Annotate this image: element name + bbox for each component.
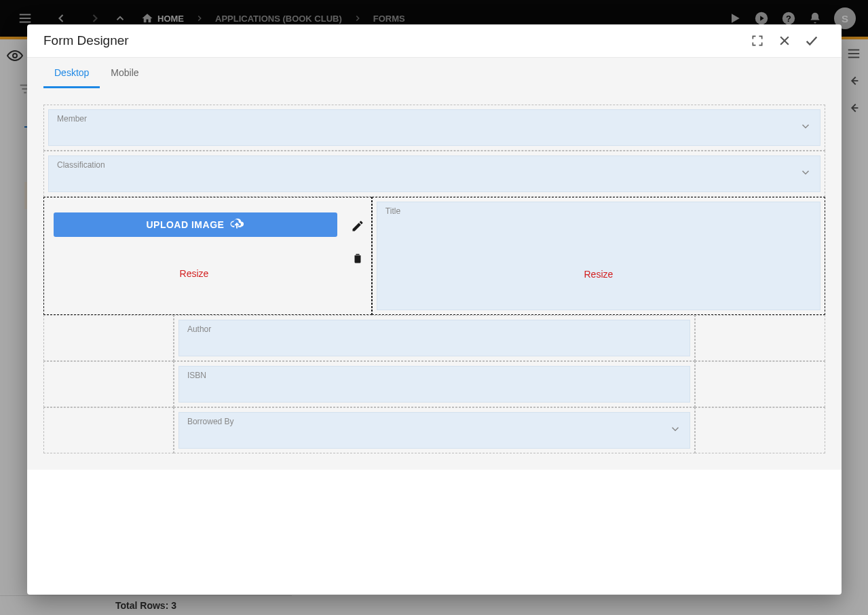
tab-mobile[interactable]: Mobile <box>100 58 149 88</box>
chevron-down-icon <box>799 120 812 135</box>
dialog-title: Form Designer <box>43 33 129 48</box>
upload-image-button[interactable]: UPLOAD IMAGE <box>54 212 337 237</box>
field-title[interactable]: Title Resize <box>377 202 820 310</box>
resize-link[interactable]: Resize <box>17 268 371 279</box>
cloud-upload-icon <box>229 217 244 232</box>
field-label: Member <box>57 114 812 124</box>
field-borrowed-by[interactable]: Borrowed By <box>178 412 690 449</box>
fullscreen-icon[interactable] <box>744 34 771 48</box>
field-isbn[interactable]: ISBN <box>178 366 690 403</box>
confirm-icon[interactable] <box>798 33 825 48</box>
field-label: Author <box>187 324 681 334</box>
field-author[interactable]: Author <box>178 320 690 356</box>
upload-label: UPLOAD IMAGE <box>146 219 224 230</box>
chevron-down-icon <box>669 423 681 438</box>
form-designer-dialog: Form Designer Desktop Mobile Member <box>27 24 842 595</box>
field-member[interactable]: Member <box>48 109 820 146</box>
resize-link[interactable]: Resize <box>385 269 812 280</box>
delete-icon[interactable] <box>352 252 364 267</box>
edit-icon[interactable] <box>351 219 364 236</box>
tab-desktop[interactable]: Desktop <box>43 58 100 88</box>
close-icon[interactable] <box>771 34 798 48</box>
field-label: ISBN <box>187 371 681 380</box>
field-label: Title <box>385 206 812 216</box>
field-label: Classification <box>57 160 812 170</box>
field-label: Borrowed By <box>187 417 681 426</box>
field-classification[interactable]: Classification <box>48 155 820 192</box>
chevron-down-icon <box>799 166 812 181</box>
